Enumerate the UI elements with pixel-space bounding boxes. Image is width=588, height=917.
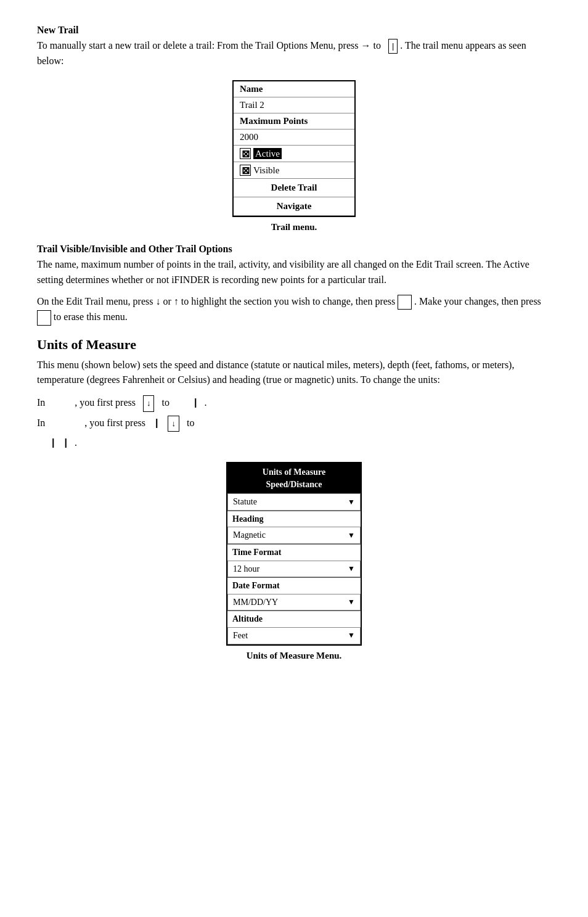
altitude-label-row: Altitude: [227, 611, 361, 627]
time-format-label: 12 hour: [233, 563, 259, 575]
visible-label: Visible: [253, 165, 279, 176]
active-checkbox-icon: ⊠: [240, 148, 251, 159]
magnetic-select-row[interactable]: Magnetic ▼: [227, 527, 361, 544]
units-menu-caption: Units of Measure Menu.: [37, 651, 551, 661]
trail-maxpoints-label: Maximum Points: [234, 113, 354, 130]
time-format-dropdown-arrow: ▼: [348, 564, 355, 574]
units-of-measure-section: Units of Measure This menu (shown below)…: [37, 337, 551, 661]
trail-menu-caption: Trail menu.: [37, 222, 551, 232]
trail-menu-container: Name Trail 2 Maximum Points 2000 ⊠ Activ…: [37, 80, 551, 217]
trail-visible-paragraph1: The name, maximum number of points in th…: [37, 257, 551, 288]
instruction-line-1: In , you first press ↓ ↓ to | .: [37, 394, 551, 411]
date-format-dropdown-arrow: ▼: [348, 597, 355, 607]
date-format-label-row: Date Format: [227, 577, 361, 594]
active-label: Active: [253, 149, 282, 159]
statute-select-row[interactable]: Statute ▼: [227, 493, 361, 511]
units-menu-header: Units of MeasureSpeed/Distance: [227, 463, 361, 493]
magnetic-dropdown-arrow: ▼: [348, 530, 355, 541]
trail-menu-box: Name Trail 2 Maximum Points 2000 ⊠ Activ…: [232, 80, 356, 217]
altitude-select-row[interactable]: Feet ▼: [227, 627, 361, 644]
heading-label-row: Heading: [227, 511, 361, 527]
new-trail-paragraph1: To manually start a new trail or delete …: [37, 38, 551, 69]
instruction-line-2: In , you first press | ↓ to: [37, 414, 551, 432]
indent-pipes: | | .: [52, 434, 551, 451]
date-format-label: MM/DD/YY: [233, 596, 278, 609]
time-format-label-row: Time Format: [227, 544, 361, 561]
altitude-label: Feet: [233, 630, 248, 642]
units-paragraph1: This menu (shown below) sets the speed a…: [37, 358, 551, 389]
date-format-select-row[interactable]: MM/DD/YY ▼: [227, 594, 361, 611]
units-menu-box: Units of MeasureSpeed/Distance Statute ▼…: [226, 462, 362, 646]
enter-key-2: [37, 310, 51, 325]
trail-active-row[interactable]: ⊠ Active: [234, 146, 354, 162]
trail-visible-section: Trail Visible/Invisible and Other Trail …: [37, 244, 551, 325]
enter-key-1: [398, 295, 412, 310]
statute-label: Statute: [233, 496, 257, 508]
statute-dropdown-arrow: ▼: [348, 497, 355, 508]
down-key-2: ↓: [168, 416, 179, 432]
delete-trail-button[interactable]: Delete Trail: [234, 179, 354, 197]
trail-name-value: Trail 2: [234, 97, 354, 113]
trail-maxpoints-value: 2000: [234, 130, 354, 146]
trail-visible-paragraph2: On the Edit Trail menu, press ↓ or ↑ to …: [37, 294, 551, 326]
down-key-1: ↓: [143, 395, 155, 411]
instructions-block: In , you first press ↓ ↓ to | . In , you…: [37, 394, 551, 451]
pipe-key: |: [388, 39, 398, 54]
units-title: Units of Measure: [37, 337, 551, 353]
new-trail-title: New Trail: [37, 25, 551, 36]
trail-visible-title: Trail Visible/Invisible and Other Trail …: [37, 244, 551, 255]
navigate-button[interactable]: Navigate: [234, 197, 354, 216]
new-trail-section: New Trail To manually start a new trail …: [37, 25, 551, 232]
altitude-dropdown-arrow: ▼: [348, 630, 355, 641]
magnetic-label: Magnetic: [233, 529, 266, 541]
trail-visible-row[interactable]: ⊠ Visible: [234, 162, 354, 179]
time-format-select-row[interactable]: 12 hour ▼: [227, 561, 361, 578]
trail-name-label: Name: [234, 81, 354, 97]
units-menu-container: Units of MeasureSpeed/Distance Statute ▼…: [37, 462, 551, 646]
visible-checkbox-icon: ⊠: [240, 165, 251, 176]
